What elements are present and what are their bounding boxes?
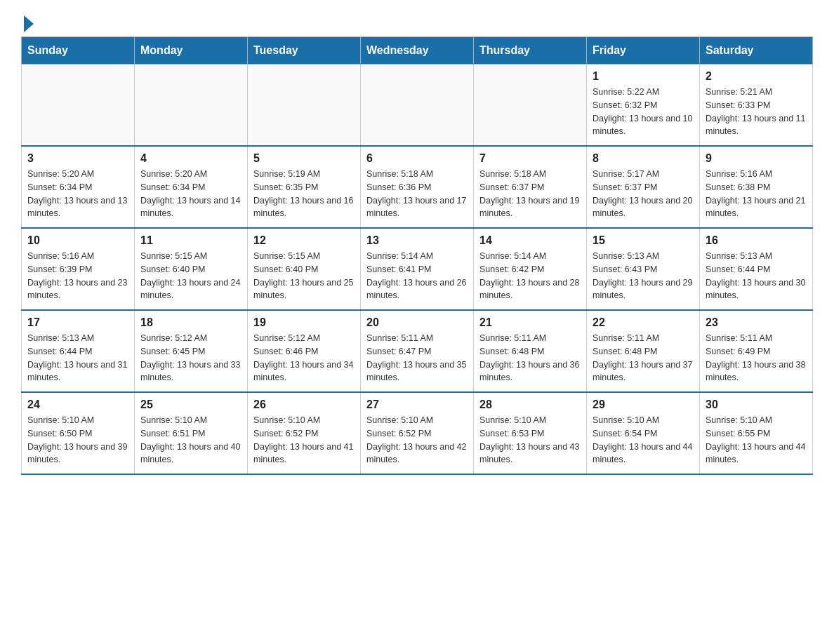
calendar-cell: 16Sunrise: 5:13 AMSunset: 6:44 PMDayligh… [700, 228, 813, 310]
calendar-cell: 27Sunrise: 5:10 AMSunset: 6:52 PMDayligh… [361, 392, 474, 474]
day-of-week-header: Wednesday [361, 37, 474, 65]
calendar-cell: 1Sunrise: 5:22 AMSunset: 6:32 PMDaylight… [587, 65, 700, 147]
day-of-week-header: Thursday [474, 37, 587, 65]
day-info: Sunrise: 5:16 AMSunset: 6:38 PMDaylight:… [706, 168, 807, 220]
day-number: 26 [253, 398, 355, 411]
day-info: Sunrise: 5:10 AMSunset: 6:55 PMDaylight:… [706, 414, 807, 467]
day-info: Sunrise: 5:13 AMSunset: 6:44 PMDaylight:… [27, 332, 128, 384]
day-info: Sunrise: 5:15 AMSunset: 6:40 PMDaylight:… [140, 250, 241, 302]
day-number: 4 [140, 152, 241, 165]
day-info: Sunrise: 5:11 AMSunset: 6:48 PMDaylight:… [593, 332, 694, 384]
day-number: 3 [27, 152, 128, 165]
day-info: Sunrise: 5:18 AMSunset: 6:37 PMDaylight:… [479, 168, 581, 220]
day-number: 14 [479, 234, 581, 247]
calendar-cell: 14Sunrise: 5:14 AMSunset: 6:42 PMDayligh… [474, 228, 587, 310]
calendar-cell: 23Sunrise: 5:11 AMSunset: 6:49 PMDayligh… [700, 310, 813, 392]
logo [21, 14, 34, 29]
day-number: 1 [593, 70, 694, 83]
calendar-table: SundayMondayTuesdayWednesdayThursdayFrid… [21, 36, 813, 475]
day-info: Sunrise: 5:22 AMSunset: 6:32 PMDaylight:… [593, 86, 694, 138]
day-info: Sunrise: 5:10 AMSunset: 6:50 PMDaylight:… [27, 414, 128, 467]
day-number: 11 [140, 234, 241, 247]
day-info: Sunrise: 5:19 AMSunset: 6:35 PMDaylight:… [253, 168, 355, 220]
day-number: 16 [706, 234, 807, 247]
day-info: Sunrise: 5:20 AMSunset: 6:34 PMDaylight:… [140, 168, 241, 220]
day-info: Sunrise: 5:11 AMSunset: 6:48 PMDaylight:… [479, 332, 581, 384]
day-number: 8 [593, 152, 694, 165]
day-info: Sunrise: 5:10 AMSunset: 6:52 PMDaylight:… [366, 414, 468, 467]
day-of-week-header: Tuesday [248, 37, 361, 65]
day-info: Sunrise: 5:15 AMSunset: 6:40 PMDaylight:… [253, 250, 355, 302]
day-of-week-header: Saturday [700, 37, 813, 65]
calendar-week-row: 3Sunrise: 5:20 AMSunset: 6:34 PMDaylight… [22, 146, 813, 228]
calendar-cell: 21Sunrise: 5:11 AMSunset: 6:48 PMDayligh… [474, 310, 587, 392]
day-info: Sunrise: 5:16 AMSunset: 6:39 PMDaylight:… [27, 250, 128, 302]
day-number: 21 [479, 316, 581, 329]
day-number: 25 [140, 398, 241, 411]
day-info: Sunrise: 5:12 AMSunset: 6:46 PMDaylight:… [253, 332, 355, 384]
calendar-cell: 30Sunrise: 5:10 AMSunset: 6:55 PMDayligh… [700, 392, 813, 474]
calendar-cell [248, 65, 361, 147]
day-number: 19 [253, 316, 355, 329]
day-number: 15 [593, 234, 694, 247]
calendar-cell: 2Sunrise: 5:21 AMSunset: 6:33 PMDaylight… [700, 65, 813, 147]
day-number: 12 [253, 234, 355, 247]
calendar-cell: 18Sunrise: 5:12 AMSunset: 6:45 PMDayligh… [135, 310, 248, 392]
day-number: 9 [706, 152, 807, 165]
day-info: Sunrise: 5:10 AMSunset: 6:54 PMDaylight:… [593, 414, 694, 467]
calendar-cell: 17Sunrise: 5:13 AMSunset: 6:44 PMDayligh… [22, 310, 135, 392]
day-info: Sunrise: 5:10 AMSunset: 6:53 PMDaylight:… [479, 414, 581, 467]
calendar-cell: 3Sunrise: 5:20 AMSunset: 6:34 PMDaylight… [22, 146, 135, 228]
day-number: 5 [253, 152, 355, 165]
day-info: Sunrise: 5:12 AMSunset: 6:45 PMDaylight:… [140, 332, 241, 384]
calendar-cell: 19Sunrise: 5:12 AMSunset: 6:46 PMDayligh… [248, 310, 361, 392]
day-info: Sunrise: 5:17 AMSunset: 6:37 PMDaylight:… [593, 168, 694, 220]
day-number: 30 [706, 398, 807, 411]
day-info: Sunrise: 5:13 AMSunset: 6:43 PMDaylight:… [593, 250, 694, 302]
day-info: Sunrise: 5:10 AMSunset: 6:52 PMDaylight:… [253, 414, 355, 467]
calendar-cell: 8Sunrise: 5:17 AMSunset: 6:37 PMDaylight… [587, 146, 700, 228]
day-number: 6 [366, 152, 468, 165]
day-info: Sunrise: 5:20 AMSunset: 6:34 PMDaylight:… [27, 168, 128, 220]
calendar-cell [135, 65, 248, 147]
calendar-cell: 7Sunrise: 5:18 AMSunset: 6:37 PMDaylight… [474, 146, 587, 228]
logo-arrow-icon [24, 15, 34, 32]
page-header [21, 14, 813, 29]
day-number: 28 [479, 398, 581, 411]
calendar-cell: 20Sunrise: 5:11 AMSunset: 6:47 PMDayligh… [361, 310, 474, 392]
calendar-cell: 29Sunrise: 5:10 AMSunset: 6:54 PMDayligh… [587, 392, 700, 474]
day-number: 10 [27, 234, 128, 247]
calendar-cell: 9Sunrise: 5:16 AMSunset: 6:38 PMDaylight… [700, 146, 813, 228]
calendar-cell: 11Sunrise: 5:15 AMSunset: 6:40 PMDayligh… [135, 228, 248, 310]
day-number: 29 [593, 398, 694, 411]
calendar-cell: 5Sunrise: 5:19 AMSunset: 6:35 PMDaylight… [248, 146, 361, 228]
calendar-cell: 22Sunrise: 5:11 AMSunset: 6:48 PMDayligh… [587, 310, 700, 392]
calendar-week-row: 10Sunrise: 5:16 AMSunset: 6:39 PMDayligh… [22, 228, 813, 310]
day-info: Sunrise: 5:11 AMSunset: 6:47 PMDaylight:… [366, 332, 468, 384]
day-number: 23 [706, 316, 807, 329]
day-number: 27 [366, 398, 468, 411]
calendar-cell: 12Sunrise: 5:15 AMSunset: 6:40 PMDayligh… [248, 228, 361, 310]
day-number: 2 [706, 70, 807, 83]
day-number: 20 [366, 316, 468, 329]
calendar-cell [22, 65, 135, 147]
day-info: Sunrise: 5:11 AMSunset: 6:49 PMDaylight:… [706, 332, 807, 384]
calendar-cell: 10Sunrise: 5:16 AMSunset: 6:39 PMDayligh… [22, 228, 135, 310]
day-number: 18 [140, 316, 241, 329]
day-of-week-header: Sunday [22, 37, 135, 65]
calendar-cell: 4Sunrise: 5:20 AMSunset: 6:34 PMDaylight… [135, 146, 248, 228]
calendar-cell [361, 65, 474, 147]
calendar-cell: 6Sunrise: 5:18 AMSunset: 6:36 PMDaylight… [361, 146, 474, 228]
calendar-cell: 24Sunrise: 5:10 AMSunset: 6:50 PMDayligh… [22, 392, 135, 474]
day-info: Sunrise: 5:13 AMSunset: 6:44 PMDaylight:… [706, 250, 807, 302]
calendar-week-row: 24Sunrise: 5:10 AMSunset: 6:50 PMDayligh… [22, 392, 813, 474]
day-info: Sunrise: 5:18 AMSunset: 6:36 PMDaylight:… [366, 168, 468, 220]
calendar-cell [474, 65, 587, 147]
calendar-cell: 25Sunrise: 5:10 AMSunset: 6:51 PMDayligh… [135, 392, 248, 474]
calendar-cell: 28Sunrise: 5:10 AMSunset: 6:53 PMDayligh… [474, 392, 587, 474]
day-of-week-header: Friday [587, 37, 700, 65]
day-number: 17 [27, 316, 128, 329]
calendar-week-row: 17Sunrise: 5:13 AMSunset: 6:44 PMDayligh… [22, 310, 813, 392]
day-info: Sunrise: 5:14 AMSunset: 6:42 PMDaylight:… [479, 250, 581, 302]
calendar-header-row: SundayMondayTuesdayWednesdayThursdayFrid… [22, 37, 813, 65]
